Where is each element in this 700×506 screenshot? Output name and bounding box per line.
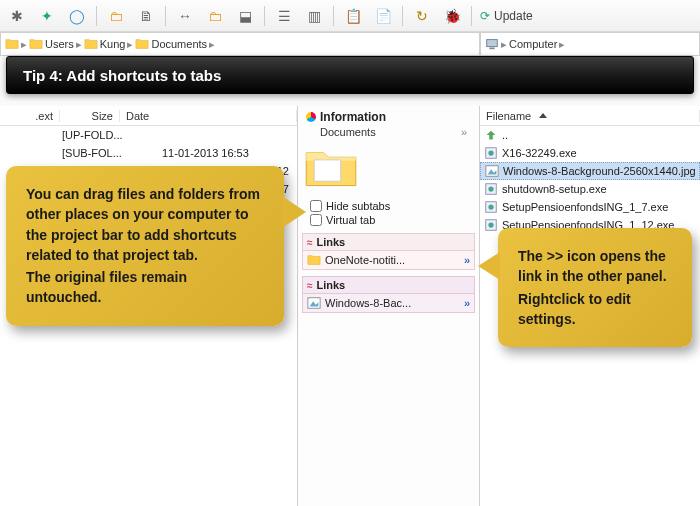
- tool-icon[interactable]: ☰: [273, 5, 295, 27]
- paste-icon[interactable]: 📄: [372, 5, 394, 27]
- svg-point-10: [488, 186, 493, 191]
- col-date[interactable]: Date: [120, 110, 297, 122]
- callout-text: Rightclick to edit settings.: [518, 289, 672, 330]
- sync-icon[interactable]: ↻: [411, 5, 433, 27]
- links-section-header[interactable]: ≈ Links: [302, 233, 475, 251]
- document-icon[interactable]: 🗎: [135, 5, 157, 27]
- tip-title: Tip 4: Add shortcuts to tabs: [23, 67, 221, 84]
- collapse-icon: ≈: [307, 280, 313, 291]
- left-column-header[interactable]: .ext Size Date: [0, 106, 297, 126]
- col-filename[interactable]: Filename: [480, 110, 700, 122]
- hide-subtabs-checkbox[interactable]: Hide subtabs: [302, 199, 475, 213]
- tool-icon[interactable]: ⬓: [234, 5, 256, 27]
- svg-point-12: [488, 204, 493, 209]
- tool-icon[interactable]: ✦: [36, 5, 58, 27]
- update-button[interactable]: ⟳ Update: [480, 9, 533, 23]
- tip-callout-left: You can drag files and folders from othe…: [6, 166, 284, 326]
- clipboard-icon[interactable]: 📋: [342, 5, 364, 27]
- list-item[interactable]: shutdown8-setup.exe: [480, 180, 700, 198]
- callout-text: You can drag files and folders from othe…: [26, 184, 264, 265]
- sort-asc-icon: [539, 113, 547, 118]
- tool-icon[interactable]: ↔: [174, 5, 196, 27]
- folder-icon[interactable]: 🗀: [105, 5, 127, 27]
- col-size[interactable]: Size: [60, 110, 120, 122]
- list-item-up[interactable]: ..: [480, 126, 700, 144]
- callout-text: The >> icon opens the link in the other …: [518, 246, 672, 287]
- tool-icon[interactable]: ◯: [66, 5, 88, 27]
- tip-banner: Tip 4: Add shortcuts to tabs: [6, 56, 694, 94]
- breadcrumb-right[interactable]: ▸ Computer ▸: [480, 32, 700, 56]
- tool-icon[interactable]: ▥: [303, 5, 325, 27]
- folder-large-icon: [302, 144, 360, 190]
- svg-rect-2: [314, 160, 341, 181]
- svg-point-14: [488, 222, 493, 227]
- list-item[interactable]: Windows-8-Background-2560x1440.jpg: [480, 162, 700, 180]
- tool-icon[interactable]: 🗀: [204, 5, 226, 27]
- chevron-right-icon[interactable]: »: [461, 126, 467, 138]
- list-item[interactable]: SetupPensioenfondsING_1_7.exe: [480, 198, 700, 216]
- link-item[interactable]: OneNote-notiti... »: [302, 251, 475, 270]
- svg-point-6: [488, 150, 493, 155]
- info-header: Information: [302, 108, 475, 126]
- tip-callout-right: The >> icon opens the link in the other …: [498, 228, 692, 347]
- list-item[interactable]: [SUB-FOL...11-01-2013 16:53: [0, 144, 297, 162]
- update-label: Update: [494, 9, 533, 23]
- main-toolbar: ✱ ✦ ◯ 🗀 🗎 ↔ 🗀 ⬓ ☰ ▥ 📋 📄 ↻ 🐞 ⟳ Update: [0, 0, 700, 32]
- col-ext[interactable]: .ext: [0, 110, 60, 122]
- breadcrumb-row: ▸ Users ▸ Kung ▸ Documents ▸ ▸ Computer …: [0, 32, 700, 56]
- breadcrumb-left[interactable]: ▸ Users ▸ Kung ▸ Documents ▸: [0, 32, 480, 56]
- info-subtitle: Documents»: [302, 126, 475, 142]
- open-in-other-panel-icon[interactable]: »: [464, 254, 470, 266]
- links-section-header[interactable]: ≈ Links: [302, 276, 475, 294]
- tool-icon[interactable]: ✱: [6, 5, 28, 27]
- collapse-icon: ≈: [307, 237, 313, 248]
- list-item[interactable]: [UP-FOLD...: [0, 126, 297, 144]
- right-column-header[interactable]: Filename: [480, 106, 700, 126]
- bug-icon[interactable]: 🐞: [441, 5, 463, 27]
- list-item[interactable]: X16-32249.exe: [480, 144, 700, 162]
- info-panel: Information Documents» Hide subtabs Virt…: [298, 106, 480, 506]
- callout-text: The original files remain untouched.: [26, 267, 264, 308]
- svg-rect-0: [487, 40, 498, 47]
- link-item[interactable]: Windows-8-Bac... »: [302, 294, 475, 313]
- open-in-other-panel-icon[interactable]: »: [464, 297, 470, 309]
- virtual-tab-checkbox[interactable]: Virtual tab: [302, 213, 475, 227]
- svg-rect-1: [489, 48, 494, 50]
